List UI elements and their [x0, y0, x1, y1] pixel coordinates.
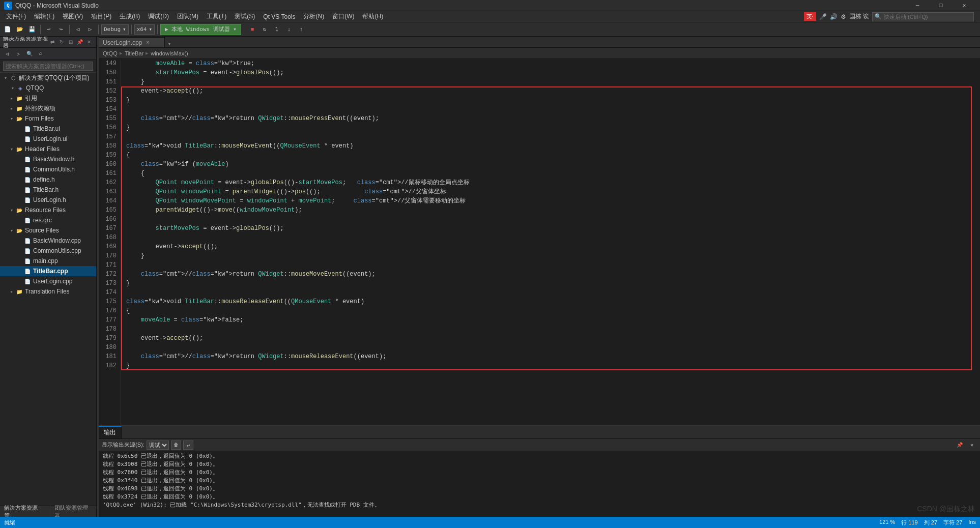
- tree-item-Header-Files[interactable]: ▾📂Header Files: [0, 144, 96, 154]
- ime-sound-icon[interactable]: 🔊: [830, 13, 838, 20]
- output-content[interactable]: 线程 0x6c50 已退出，返回值为 0 (0x0)。线程 0x3908 已退出…: [99, 451, 980, 517]
- sidebar-home-btn[interactable]: ⌂: [36, 49, 46, 58]
- tree-item-res-qrc[interactable]: 📄res.qrc: [0, 215, 96, 225]
- tree-item-UserLogin-ui[interactable]: 📄UserLogin.ui: [0, 134, 96, 144]
- tb-stepout[interactable]: ↑: [296, 24, 307, 35]
- tree-solution-root[interactable]: ▾ ⬡ 解决方案'QTQQ'(1个项目): [0, 73, 96, 83]
- code-line[interactable]: startMovePos = event->globalPos(();: [126, 224, 980, 233]
- tree-item-TitleBar-ui[interactable]: 📄TitleBar.ui: [0, 124, 96, 134]
- code-line[interactable]: class="kw">void TitleBar::mouseReleaseEv…: [126, 297, 980, 306]
- team-explorer-tab[interactable]: 团队资源管理器: [50, 504, 96, 517]
- tree-item-TitleBar-h[interactable]: 📄TitleBar.h: [0, 185, 96, 195]
- code-line[interactable]: }: [126, 96, 980, 105]
- platform-dropdown[interactable]: x64 ▾: [134, 24, 155, 35]
- tree-item-UserLogin-h[interactable]: 📄UserLogin.h: [0, 195, 96, 205]
- code-editor[interactable]: moveAble = class="kw">true; startMovePos…: [121, 59, 980, 425]
- output-tab[interactable]: 输出: [99, 426, 122, 438]
- code-line[interactable]: class="cmt">//class="kw">return QWidget:…: [126, 270, 980, 279]
- code-line[interactable]: [126, 325, 980, 334]
- tree-item---[interactable]: ▸📁引用: [0, 93, 96, 103]
- run-button[interactable]: ▶ 本地 Windows 调试器 ▾: [160, 24, 241, 35]
- code-line[interactable]: [126, 288, 980, 297]
- sidebar-pin-btn[interactable]: 📌: [76, 38, 84, 46]
- sidebar-forward-btn[interactable]: ▷: [13, 49, 23, 58]
- menu-build[interactable]: 生成(B): [116, 11, 144, 22]
- code-line[interactable]: moveAble = class="kw">false;: [126, 315, 980, 325]
- code-line[interactable]: class="kw">void TitleBar::mouseMoveEvent…: [126, 141, 980, 151]
- tb-stepinto[interactable]: ↓: [283, 24, 295, 35]
- code-line[interactable]: QPoint windowPoint = parentWidget(()->po…: [126, 187, 980, 196]
- menu-debug[interactable]: 调试(D): [144, 11, 173, 22]
- output-close-btn[interactable]: ✕: [967, 441, 977, 450]
- code-line[interactable]: parentWidget(()->move((windowMovePoint);: [126, 206, 980, 215]
- sidebar-search-btn[interactable]: 🔍: [24, 49, 35, 58]
- code-line[interactable]: [126, 215, 980, 224]
- code-line[interactable]: [126, 132, 980, 141]
- code-line[interactable]: QPoint movePoint = event->globalPos(()-s…: [126, 178, 980, 187]
- sidebar-search-input[interactable]: [3, 62, 93, 71]
- tb-stepover[interactable]: ⤵: [271, 24, 282, 35]
- tb-stop[interactable]: ■: [247, 24, 258, 35]
- tb-save[interactable]: 💾: [26, 24, 38, 35]
- tb-open[interactable]: 📂: [14, 24, 25, 35]
- tb-back[interactable]: ◁: [72, 24, 83, 35]
- tb-forward[interactable]: ▷: [84, 24, 96, 35]
- code-line[interactable]: {: [126, 151, 980, 160]
- code-line[interactable]: moveAble = class="kw">true;: [126, 59, 980, 68]
- sidebar-close-btn[interactable]: ✕: [85, 38, 93, 46]
- code-line[interactable]: {: [126, 169, 980, 178]
- code-line[interactable]: {: [126, 306, 980, 315]
- code-line[interactable]: }: [126, 77, 980, 86]
- menu-tools[interactable]: 工具(T): [203, 11, 230, 22]
- menu-test[interactable]: 测试(S): [230, 11, 259, 22]
- code-line[interactable]: startMovePos = event->globalPos(();: [126, 68, 980, 77]
- tree-item-BasicWindow-h[interactable]: 📄BasicWindow.h: [0, 154, 96, 164]
- ime-settings-icon[interactable]: ⚙: [841, 13, 846, 20]
- output-source-select[interactable]: 调试: [147, 441, 169, 450]
- ime-mic-icon[interactable]: 🎤: [819, 13, 827, 20]
- menu-qtvs[interactable]: Qt VS Tools: [259, 11, 299, 22]
- menu-help[interactable]: 帮助(H): [358, 11, 387, 22]
- code-line[interactable]: [126, 343, 980, 352]
- tb-restart[interactable]: ↻: [259, 24, 270, 35]
- code-line[interactable]: }: [126, 251, 980, 260]
- menu-window[interactable]: 窗口(W): [328, 11, 358, 22]
- tree-item-Translation-Files[interactable]: ▸📁Translation Files: [0, 286, 96, 297]
- sidebar-back-btn[interactable]: ◁: [2, 49, 12, 58]
- menu-project[interactable]: 项目(P): [87, 11, 116, 22]
- code-line[interactable]: }: [126, 361, 980, 370]
- code-line[interactable]: class="cmt">//class="kw">return QWidget:…: [126, 114, 980, 123]
- code-line[interactable]: event->accept(();: [126, 334, 980, 343]
- code-line[interactable]: QPoint windowMovePoint = windowPoint + m…: [126, 196, 980, 206]
- code-line[interactable]: }: [126, 123, 980, 132]
- tree-item-CommonUtils-h[interactable]: 📄CommonUtils.h: [0, 164, 96, 174]
- code-line[interactable]: event->accept(();: [126, 86, 980, 96]
- tree-item-main-cpp[interactable]: 📄main.cpp: [0, 256, 96, 266]
- tree-item-Resource-Files[interactable]: ▾📂Resource Files: [0, 205, 96, 215]
- tree-item-define-h[interactable]: 📄define.h: [0, 174, 96, 185]
- code-line[interactable]: [126, 260, 980, 270]
- tree-item-Form-Files[interactable]: ▾📂Form Files: [0, 113, 96, 124]
- close-button[interactable]: ✕: [953, 0, 976, 11]
- code-line[interactable]: [126, 105, 980, 114]
- tb-redo[interactable]: ↪: [55, 24, 67, 35]
- output-clear-btn[interactable]: 🗑: [171, 441, 181, 450]
- output-wrap-btn[interactable]: ↵: [183, 441, 193, 450]
- minimize-button[interactable]: ─: [906, 0, 929, 11]
- menu-file[interactable]: 文件(F): [2, 11, 30, 22]
- sidebar-collapse-btn[interactable]: ⊟: [67, 38, 75, 46]
- code-line[interactable]: class="cmt">//class="kw">return QWidget:…: [126, 352, 980, 361]
- tab-close-btn[interactable]: ×: [144, 39, 151, 46]
- maximize-button[interactable]: □: [929, 0, 953, 11]
- menu-analyze[interactable]: 分析(N): [299, 11, 328, 22]
- tree-item-BasicWindow-cpp[interactable]: 📄BasicWindow.cpp: [0, 236, 96, 246]
- code-line[interactable]: [126, 233, 980, 242]
- code-line[interactable]: }: [126, 279, 980, 288]
- tab-UserLogin-cpp[interactable]: UserLogin.cpp×: [99, 37, 165, 47]
- tree-item-CommonUtils-cpp[interactable]: 📄CommonUtils.cpp: [0, 246, 96, 256]
- tree-item-TitleBar-cpp[interactable]: 📄TitleBar.cpp: [0, 266, 96, 276]
- sidebar-sync-btn[interactable]: ⇄: [48, 38, 56, 46]
- tree-item-Source-Files[interactable]: ▾📂Source Files: [0, 225, 96, 236]
- tree-project[interactable]: ▾ ◈ QTQQ: [0, 83, 96, 93]
- code-line[interactable]: class="kw">if (moveAble): [126, 160, 980, 169]
